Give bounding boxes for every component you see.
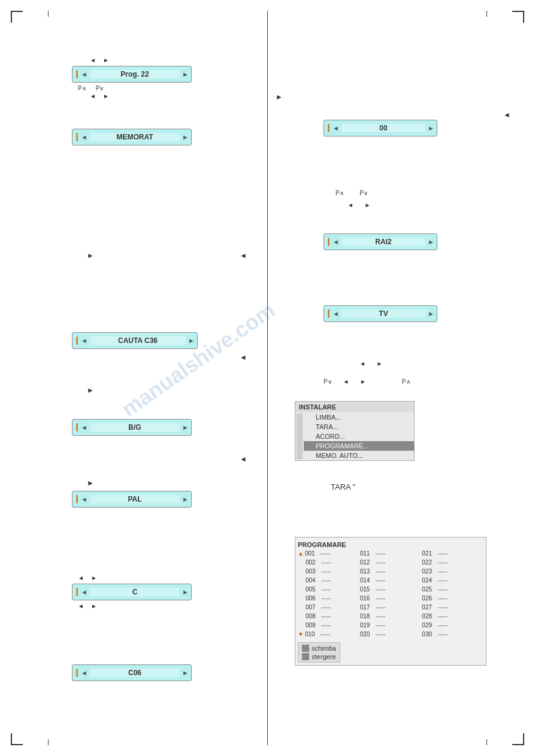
nav-pv-bot[interactable]: P∨ <box>324 378 332 385</box>
nav-arrow-left-bot-right[interactable]: ◄ <box>343 378 349 385</box>
c06-arrow-right[interactable]: ► <box>182 669 189 676</box>
bg-arrow-left[interactable]: ◄ <box>81 424 87 431</box>
rai2-arrow-right[interactable]: ► <box>428 238 434 245</box>
c-arrow-right[interactable]: ► <box>182 588 189 596</box>
pal-icon: ┃ <box>75 496 79 503</box>
schimba-label: schimba <box>312 645 336 652</box>
prog-row-007: 007 ----- <box>298 603 359 612</box>
instalare-item-tara[interactable]: TARA... <box>304 422 414 432</box>
cauta-arrow-left[interactable]: ◄ <box>81 337 87 344</box>
prog-dots-023: ----- <box>437 567 448 576</box>
nav-arrow-right-top1[interactable]: ► <box>103 57 109 63</box>
c-arrow-left[interactable]: ◄ <box>81 588 87 596</box>
corner-tl <box>11 11 23 23</box>
rai2-value: RAI2 <box>341 238 425 246</box>
prog-col-1: ▲ 001 ----- 002 ----- 003 ----- 004 <box>298 549 359 639</box>
num00-arrow-left[interactable]: ◄ <box>333 125 339 132</box>
nav-arrow-right-right2[interactable]: ► <box>377 360 383 367</box>
c06-icon: ┃ <box>75 669 79 677</box>
pal-arrow-left[interactable]: ◄ <box>81 496 87 503</box>
prog-num-027: 027 <box>422 603 436 612</box>
arrow-indicator-left1: ◄ <box>240 251 247 260</box>
nav-pa-bot[interactable]: P∧ <box>402 378 410 385</box>
nav-right-arrows: ◄ ► <box>347 201 371 209</box>
action-stergere[interactable]: stergere <box>302 653 335 660</box>
tv-arrow-right[interactable]: ► <box>428 310 434 317</box>
prog-row-025: 025 ----- <box>422 585 483 594</box>
prog-row-019: 019 ----- <box>360 621 422 630</box>
prog-row-026: 026 ----- <box>422 594 483 603</box>
instalare-item-acord[interactable]: ACORD... <box>304 432 414 441</box>
prog22-arrow-left[interactable]: ◄ <box>81 71 87 78</box>
nav-arrow-right-bot-right[interactable]: ► <box>360 378 366 385</box>
prog-num-002: 002 <box>306 558 320 567</box>
tv-arrow-left[interactable]: ◄ <box>333 310 339 317</box>
nav-arrow-right-c2[interactable]: ► <box>91 603 97 609</box>
rai2-icon: ┃ <box>327 238 331 246</box>
prog-dots-012: ----- <box>376 558 386 567</box>
memorat-value: MEMORAT <box>90 133 180 141</box>
prog-dots-025: ----- <box>437 585 448 594</box>
instalare-item-limba[interactable]: LIMBA... <box>304 412 414 422</box>
prog-row-018: 018 ----- <box>360 612 422 621</box>
prog-dots-016: ----- <box>376 594 386 603</box>
prog-num-022: 022 <box>422 558 436 567</box>
prog-row-003: 003 ----- <box>298 567 359 576</box>
nav-arrow-left-right2[interactable]: ◄ <box>359 360 365 367</box>
c06-arrow-left[interactable]: ◄ <box>81 669 87 676</box>
prog-row-016: 016 ----- <box>360 594 422 603</box>
pal-arrow-right[interactable]: ► <box>182 496 189 503</box>
instalare-item-memo[interactable]: MEMO. AUTO... <box>304 451 414 460</box>
prog-num-026: 026 <box>422 594 436 603</box>
num00-arrow-right[interactable]: ► <box>428 125 434 132</box>
nav-arrow-right-c[interactable]: ► <box>91 575 97 581</box>
rai2-box: ┃ ◄ RAI2 ► <box>324 233 437 250</box>
prog-dots-007: ----- <box>321 603 331 612</box>
bg-arrow-right[interactable]: ► <box>182 424 189 431</box>
prog-num-025: 025 <box>422 585 436 594</box>
rai2-arrow-left[interactable]: ◄ <box>333 238 339 245</box>
prog22-icon: ┃ <box>75 71 79 78</box>
nav-pa-right[interactable]: P∧ <box>335 190 344 196</box>
prog-row-030: 030 ----- <box>422 630 483 639</box>
prog-dots-002: ----- <box>321 558 331 567</box>
instalare-title: INSTALARE <box>295 402 414 412</box>
prog-dots-001: ----- <box>321 549 331 558</box>
schimba-icon <box>302 645 309 652</box>
action-schimba[interactable]: schimba <box>302 645 336 652</box>
cauta-value: CAUTA C36 <box>90 336 186 345</box>
nav-pv-right[interactable]: P∨ <box>359 190 368 196</box>
watermark: manualshive.com <box>117 297 280 422</box>
prog-dots-003: ----- <box>321 567 331 576</box>
nav-arrow-left-c2[interactable]: ◄ <box>78 603 84 609</box>
nav-arrow-left-top1[interactable]: ◄ <box>90 57 96 63</box>
bottom-mark-right <box>486 739 487 745</box>
prog-num-019: 019 <box>360 621 374 630</box>
prog-num-024: 024 <box>422 576 436 585</box>
section-prog22: ◄ ► ┃ ◄ Prog. 22 ► P∧ P∨ ◄ ► <box>72 57 192 99</box>
programare-grid: ▲ 001 ----- 002 ----- 003 ----- 004 <box>298 549 483 639</box>
memorat-arrow-right[interactable]: ► <box>182 133 189 141</box>
nav-pv-1[interactable]: P∨ <box>96 85 104 92</box>
nav-arrow-right-bot1[interactable]: ► <box>103 93 109 99</box>
memorat-arrow-left[interactable]: ◄ <box>81 133 87 141</box>
prog-dots-008: ----- <box>321 612 331 621</box>
prog-row-023: 023 ----- <box>422 567 483 576</box>
section-rai2: ┃ ◄ RAI2 ► <box>324 233 437 250</box>
nav-arrow-left-c[interactable]: ◄ <box>78 575 84 581</box>
bg-icon: ┃ <box>75 424 79 432</box>
prog-arrow-down: ▼ <box>298 630 304 639</box>
center-divider <box>267 11 268 745</box>
nav-arrow-right-right1[interactable]: ► <box>365 202 371 208</box>
programare-section: PROGRAMARE ▲ 001 ----- 002 ----- 003 ---… <box>295 537 504 666</box>
prog-dots-010: ----- <box>321 630 331 639</box>
instalare-item-programare[interactable]: PROGRAMARE... <box>304 441 414 451</box>
nav-arrow-left-bot1[interactable]: ◄ <box>90 93 96 99</box>
nav-pa-1[interactable]: P∧ <box>78 85 86 92</box>
prog22-arrow-right[interactable]: ► <box>182 71 189 78</box>
prog-row-014: 014 ----- <box>360 576 422 585</box>
prog-row-028: 028 ----- <box>422 612 483 621</box>
cauta-arrow-right[interactable]: ► <box>188 337 195 344</box>
prog-num-012: 012 <box>360 558 374 567</box>
nav-arrow-left-right1[interactable]: ◄ <box>347 202 353 208</box>
